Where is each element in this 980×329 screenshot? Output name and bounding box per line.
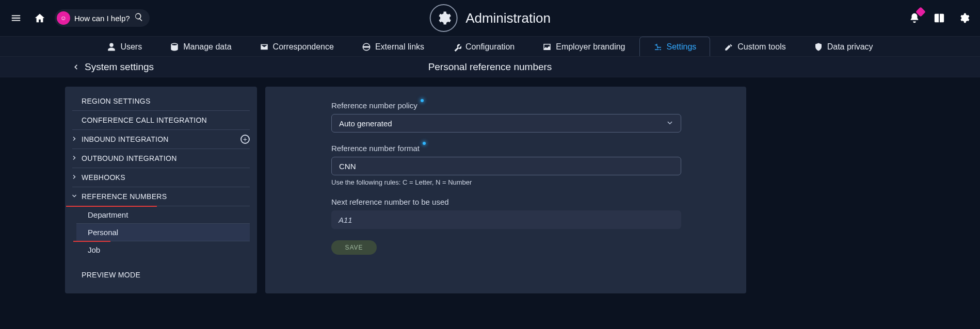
wrench-icon bbox=[452, 42, 461, 52]
gear-icon bbox=[958, 12, 970, 24]
tab-configuration[interactable]: Configuration bbox=[438, 37, 528, 56]
tab-label: Employer branding bbox=[556, 42, 625, 52]
add-inbound-integration-button[interactable]: + bbox=[240, 135, 250, 144]
hamburger-icon bbox=[10, 12, 22, 24]
book-icon bbox=[934, 12, 945, 24]
chevron-down-icon bbox=[71, 192, 77, 201]
sidebar-item-label: REGION SETTINGS bbox=[82, 97, 151, 105]
tab-custom-tools[interactable]: Custom tools bbox=[710, 37, 799, 56]
sidebar-item-label: PREVIEW MODE bbox=[82, 271, 140, 279]
tab-data-privacy[interactable]: Data privacy bbox=[800, 37, 887, 56]
image-icon bbox=[542, 42, 552, 52]
tab-correspondence[interactable]: Correspondence bbox=[246, 37, 348, 56]
page-app-title: Administration bbox=[465, 10, 551, 26]
home-button[interactable] bbox=[31, 9, 49, 27]
notifications-button[interactable] bbox=[906, 9, 923, 27]
chevron-down-icon bbox=[666, 120, 673, 127]
sidebar-subitem-label: Department bbox=[88, 210, 128, 219]
tab-label: Users bbox=[120, 42, 142, 52]
sidebar-item-inbound-integration[interactable]: INBOUND INTEGRATION + bbox=[72, 130, 250, 149]
tab-label: Correspondence bbox=[273, 42, 334, 52]
sidebar-item-label: REFERENCE NUMBERS bbox=[82, 192, 167, 201]
shield-icon bbox=[814, 42, 823, 52]
tab-label: Settings bbox=[667, 42, 697, 52]
field-reference-format: Reference number format Use the followin… bbox=[265, 144, 746, 186]
page-title: Personal reference numbers bbox=[428, 61, 552, 73]
chevron-right-icon bbox=[71, 154, 77, 162]
admin-tabstrip: Users Manage data Correspondence Externa… bbox=[0, 36, 980, 57]
help-search-text: How can I help? bbox=[74, 14, 130, 23]
sidebar-item-outbound-integration[interactable]: OUTBOUND INTEGRATION bbox=[72, 149, 250, 168]
sidebar-item-region-settings[interactable]: REGION SETTINGS bbox=[72, 92, 250, 111]
label-text: Reference number policy bbox=[331, 101, 417, 110]
save-button[interactable]: SAVE bbox=[331, 240, 377, 255]
admin-gear-icon bbox=[429, 4, 457, 32]
next-reference-value: A11 bbox=[339, 216, 352, 224]
topbar-right bbox=[906, 9, 973, 27]
sidebar-item-webhooks[interactable]: WEBHOOKS bbox=[72, 168, 250, 187]
sidebar-item-conference-call[interactable]: CONFERENCE CALL INTEGRATION bbox=[72, 111, 250, 130]
sidebar-item-preview-mode[interactable]: PREVIEW MODE bbox=[72, 266, 250, 284]
home-icon bbox=[34, 12, 45, 24]
search-icon bbox=[134, 12, 143, 24]
content-area: REGION SETTINGS CONFERENCE CALL INTEGRAT… bbox=[0, 77, 980, 293]
tab-employer-branding[interactable]: Employer branding bbox=[528, 37, 639, 56]
label-text: Next reference number to be used bbox=[331, 198, 449, 206]
settings-button[interactable] bbox=[955, 9, 973, 27]
chevron-left-icon bbox=[72, 63, 79, 71]
globe-icon bbox=[362, 42, 371, 52]
database-icon bbox=[170, 42, 179, 52]
field-label: Reference number policy bbox=[331, 101, 424, 110]
sidebar-item-reference-numbers[interactable]: REFERENCE NUMBERS bbox=[72, 187, 250, 206]
tab-label: Data privacy bbox=[827, 42, 873, 52]
select-value: Auto generated bbox=[339, 119, 392, 128]
label-text: Reference number format bbox=[331, 144, 420, 153]
sidebar-subitem-personal[interactable]: Personal bbox=[76, 224, 250, 241]
sidebar-subitem-label: Personal bbox=[88, 228, 118, 237]
tab-label: Manage data bbox=[183, 42, 231, 52]
user-icon bbox=[107, 42, 116, 52]
back-label: System settings bbox=[85, 61, 154, 73]
tab-external-links[interactable]: External links bbox=[348, 37, 438, 56]
form-panel: Reference number policy Auto generated R… bbox=[265, 87, 746, 293]
mail-icon bbox=[260, 42, 269, 52]
tab-label: Configuration bbox=[465, 42, 515, 52]
assistant-face-icon: ☺ bbox=[57, 11, 70, 25]
topbar-left: ☺ How can I help? bbox=[7, 9, 150, 27]
sidebar-item-label: WEBHOOKS bbox=[82, 173, 125, 182]
field-next-reference: Next reference number to be used A11 bbox=[265, 198, 746, 229]
sidebar-subitem-label: Job bbox=[88, 245, 100, 254]
settings-sidepanel: REGION SETTINGS CONFERENCE CALL INTEGRAT… bbox=[65, 87, 257, 293]
topbar-center: Administration bbox=[429, 4, 551, 32]
format-hint: Use the following rules: C = Letter, N =… bbox=[331, 178, 726, 186]
sidebar-subitem-job[interactable]: Job bbox=[76, 241, 250, 258]
required-indicator-icon bbox=[423, 142, 426, 145]
sidebar-item-label: CONFERENCE CALL INTEGRATION bbox=[82, 116, 207, 124]
sidebar-item-label: INBOUND INTEGRATION bbox=[82, 135, 169, 143]
required-indicator-icon bbox=[421, 99, 424, 102]
sidebar-subitem-department[interactable]: Department bbox=[76, 206, 250, 224]
sliders-icon bbox=[653, 42, 663, 52]
subheader: System settings Personal reference numbe… bbox=[0, 57, 980, 77]
tab-users[interactable]: Users bbox=[93, 37, 156, 56]
sidebar-item-label: OUTBOUND INTEGRATION bbox=[82, 154, 177, 162]
library-button[interactable] bbox=[930, 9, 948, 27]
save-button-label: SAVE bbox=[345, 244, 363, 251]
tab-label: External links bbox=[375, 42, 424, 52]
chevron-right-icon bbox=[71, 173, 77, 182]
tab-manage-data[interactable]: Manage data bbox=[156, 37, 245, 56]
tab-label: Custom tools bbox=[737, 42, 785, 52]
pencil-ruler-icon bbox=[724, 42, 733, 52]
help-search[interactable]: ☺ How can I help? bbox=[55, 9, 150, 27]
reference-policy-select[interactable]: Auto generated bbox=[331, 114, 681, 133]
next-reference-display: A11 bbox=[331, 210, 681, 229]
top-bar: ☺ How can I help? Administration bbox=[0, 0, 980, 36]
reference-format-input[interactable] bbox=[331, 157, 681, 175]
chevron-right-icon bbox=[71, 135, 77, 143]
menu-button[interactable] bbox=[7, 9, 25, 27]
field-label: Reference number format bbox=[331, 144, 426, 153]
tab-settings[interactable]: Settings bbox=[639, 37, 711, 56]
field-reference-policy: Reference number policy Auto generated bbox=[265, 101, 746, 133]
back-to-system-settings[interactable]: System settings bbox=[72, 61, 154, 73]
field-label: Next reference number to be used bbox=[331, 198, 449, 206]
